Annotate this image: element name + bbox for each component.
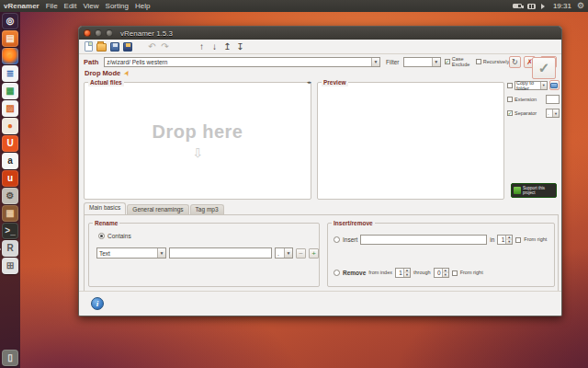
launcher-item-libreoffice-writer[interactable]: ≣ [2,65,18,82]
launcher-item-libreoffice-impress[interactable]: ▨ [2,100,18,117]
browse-folder-button[interactable] [549,80,560,90]
chevron-down-icon[interactable]: ▼ [432,58,440,66]
contains-radio[interactable] [98,233,105,239]
paypal-donate-button[interactable]: Support this project [511,183,557,198]
filter-label: Filter [386,59,399,65]
remove-rule-button[interactable]: − [296,248,306,259]
add-rule-button[interactable]: + [309,248,319,259]
global-menu-appname[interactable]: vRenamer [4,2,40,10]
menu-help[interactable]: Help [135,2,150,10]
extension-input[interactable] [546,95,560,104]
through-label: through [413,270,431,275]
window-maximize-button[interactable] [106,29,113,37]
undo-button[interactable]: ↶ [147,41,157,52]
move-down-button[interactable]: ↓ [209,41,220,52]
battery-icon[interactable] [513,4,522,8]
unity-launcher: ◎ ▤ ● ≣ ▦ ▨ ● U a u ⚙ ▦ >_ R ⊞ ▯ [0,12,20,368]
spinner-down-icon[interactable]: ▼ [404,273,410,278]
save-as-button[interactable] [122,41,132,52]
rename-mode-combobox[interactable]: Text ▼ [96,247,166,259]
spinner-down-icon[interactable]: ▼ [506,240,512,245]
remove-radio[interactable] [334,270,340,276]
insert-radio[interactable] [334,236,340,243]
chevron-down-icon[interactable]: ▼ [371,58,379,66]
remove-from-spinner[interactable]: 1 ▲▼ [395,268,411,278]
insert-text-input[interactable] [360,235,487,245]
main-basics-tabpanel: Rename Contains Text ▼ . ▼ − + I [84,214,559,292]
save-button[interactable] [109,41,119,52]
window-close-button[interactable] [84,29,91,37]
launcher-item-terminal[interactable]: >_ [2,223,18,239]
launcher-item-trash[interactable]: ▯ [2,350,18,366]
separator-combobox[interactable]: . ▼ [546,109,560,118]
preview-panel[interactable]: Preview [317,82,504,200]
clock[interactable]: 19:31 [553,2,571,10]
launcher-item-ubuntu-one-music[interactable]: u [2,170,18,187]
tab-main-basics[interactable]: Main basics [84,202,126,214]
rename-suffix-combobox[interactable]: . ▼ [275,247,293,259]
separator-checkbox[interactable]: ✓ [507,110,513,116]
menu-view[interactable]: View [83,2,98,10]
path-combobox[interactable]: z/wizard/ Pelis western ▼ [104,57,380,67]
remove-from-right-checkbox[interactable] [452,270,458,276]
filter-combobox[interactable]: ▼ [403,57,441,67]
launcher-item-dash-home[interactable]: ◎ [2,13,18,29]
libreoffice-calc-icon: ▦ [6,86,14,96]
move-bottom-button[interactable]: ↧ [235,41,245,52]
launcher-item-files[interactable]: ▤ [2,30,18,47]
menu-edit[interactable]: Edit [64,2,77,10]
path-value[interactable]: z/wizard/ Pelis western [105,59,371,65]
launcher-item-vrenamer[interactable]: R [2,240,18,257]
move-top-button[interactable]: ↥ [222,41,232,52]
launcher-item-amazon[interactable]: a [2,153,18,169]
recursively-label: Recursively [483,59,507,64]
redo-button[interactable]: ↷ [160,41,170,52]
launcher-item-firefox[interactable]: ● [2,48,18,64]
launcher-item-archive-box[interactable]: ▦ [2,205,18,222]
spinner-down-icon[interactable]: ▼ [443,273,448,278]
open-folder-button[interactable] [96,41,107,52]
launcher-item-onboard-keyboard[interactable]: ⊞ [2,258,18,274]
apply-rename-button[interactable]: ✓ [532,57,556,79]
info-button[interactable]: i [91,297,104,310]
menu-file[interactable]: File [46,2,58,10]
status-bar: i [79,291,561,316]
drop-mode-label: Drop Mode [85,69,120,77]
launcher-item-ubuntu-one[interactable]: U [2,135,18,152]
minus-icon: − [299,249,303,258]
tab-general-renamings[interactable]: General renamings [127,204,188,214]
window-minimize-button[interactable] [95,29,102,37]
copy-to-folder-combobox[interactable]: Copy to folder ▼ [514,81,548,90]
recursively-checkbox[interactable] [476,59,481,64]
drop-mode-row[interactable]: Drop Mode ➤ [85,68,130,78]
rename-pattern-input[interactable] [169,247,272,259]
window-titlebar[interactable]: vRenamer 1.5.3 [79,27,561,40]
separator-label: Separator [514,110,544,116]
new-list-button[interactable] [84,41,94,52]
path-row: Path z/wizard/ Pelis western ▼ Filter ▼ … [79,55,561,68]
launcher-item-system-settings[interactable]: ⚙ [2,188,18,204]
session-gear-icon[interactable]: ⚙ [577,2,584,10]
keyboard-indicator-icon[interactable] [527,4,536,9]
insert-position-spinner[interactable]: 1 ▲▼ [497,235,513,245]
insert-from-right-checkbox[interactable] [515,237,521,243]
case-exclude-checkbox[interactable]: ✓ [445,59,450,64]
menu-sorting[interactable]: Sorting [106,2,129,10]
copy-to-folder-checkbox[interactable] [507,83,513,88]
volume-icon[interactable] [541,4,548,9]
window-title: vRenamer 1.5.3 [120,29,173,38]
refresh-button[interactable]: ↻ [509,56,521,68]
plus-icon: + [311,249,316,258]
launcher-item-libreoffice-calc[interactable]: ▦ [2,83,18,99]
launcher-item-software-center[interactable]: ● [2,118,18,134]
libreoffice-writer-icon: ≣ [6,69,14,78]
extension-checkbox[interactable] [507,97,513,102]
actual-files-panel[interactable]: Actual files Drop here ⇩ [84,82,311,200]
splitter-right-icon[interactable]: ▸ [310,79,312,85]
insert-from-right-label: From right [524,236,547,242]
tab-tag-mp3[interactable]: Tag mp3 [190,204,224,214]
actual-files-label: Actual files [88,78,124,86]
open-folder-icon [96,43,107,52]
remove-through-spinner[interactable]: 0 ▲▼ [434,268,449,278]
move-up-button[interactable]: ↑ [197,41,207,52]
